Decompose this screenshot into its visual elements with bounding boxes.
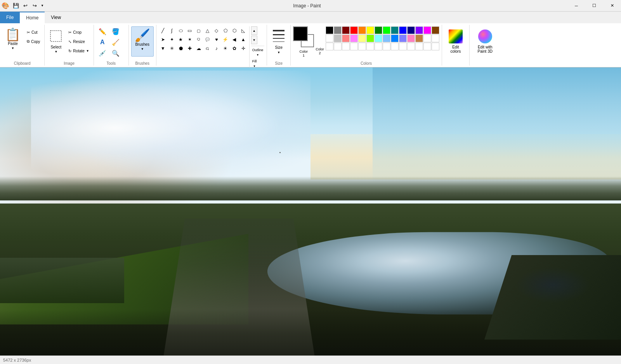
shape-callout-rect[interactable]: 🗨 xyxy=(194,35,203,44)
color-swatch-lime[interactable] xyxy=(383,26,390,34)
shape-arrow-quad[interactable]: ✛ xyxy=(239,44,248,53)
shape-arrow-up[interactable]: ▲ xyxy=(239,35,248,44)
color-swatch-white[interactable] xyxy=(326,35,333,42)
color-swatch-red[interactable] xyxy=(350,26,358,34)
crop-button[interactable]: ✂ Crop xyxy=(66,28,91,36)
color-swatch-purple2[interactable] xyxy=(415,26,423,34)
resize-button[interactable]: ⤡ Resize xyxy=(66,37,91,46)
color-swatch-darkgreen[interactable] xyxy=(375,26,382,34)
shape-sun[interactable]: ☀ xyxy=(221,44,230,53)
shape-roundrect[interactable]: ▢ xyxy=(194,26,203,35)
color-swatch-e11[interactable] xyxy=(407,43,415,50)
color-swatch-tan[interactable] xyxy=(415,35,423,42)
color-swatch-yellow[interactable] xyxy=(366,26,374,34)
color-swatch-lightyellow[interactable] xyxy=(358,35,366,42)
redo-quick-button[interactable]: ↪ xyxy=(30,2,39,10)
color-swatch-blue[interactable] xyxy=(399,26,407,34)
tab-home[interactable]: Home xyxy=(20,12,45,23)
shape-callout-cloud[interactable]: ☁ xyxy=(194,44,203,53)
magnifier-button[interactable]: 🔍 xyxy=(109,48,122,58)
shape-curve[interactable]: ∫ xyxy=(168,26,176,35)
shape-diamond[interactable]: ◇ xyxy=(212,26,221,35)
shape-callout-line[interactable]: 🗯 xyxy=(203,44,212,53)
shape-star6[interactable]: ✶ xyxy=(186,35,194,44)
color-swatch-lightred[interactable] xyxy=(342,35,350,42)
shape-righttri[interactable]: ◺ xyxy=(239,26,248,35)
color-swatch-w2[interactable] xyxy=(432,35,439,42)
shape-lightning[interactable]: ⚡ xyxy=(221,35,230,44)
color-swatch-gray50[interactable] xyxy=(334,26,342,34)
maximize-button[interactable]: ☐ xyxy=(585,0,603,12)
color-swatch-e13[interactable] xyxy=(423,43,431,50)
shape-star5[interactable]: ★ xyxy=(177,35,185,44)
shapes-scroll-up[interactable]: ▲ xyxy=(251,26,257,35)
paint-canvas[interactable] xyxy=(0,67,621,364)
cut-button[interactable]: ✂ Cut xyxy=(25,28,42,36)
shape-heart[interactable]: ♥ xyxy=(212,35,221,44)
color-swatch-darkred[interactable] xyxy=(342,26,350,34)
color-swatch-silver[interactable] xyxy=(334,35,342,42)
shape-star4[interactable]: ✦ xyxy=(168,35,176,44)
edit-paint3d-button[interactable]: Edit with Paint 3D xyxy=(473,26,498,57)
color-swatch-hotpink[interactable] xyxy=(407,35,415,42)
color-swatch-e3[interactable] xyxy=(342,43,350,50)
color-swatch-e5[interactable] xyxy=(358,43,366,50)
shape-pentagon[interactable]: ⬠ xyxy=(221,26,230,35)
shape-line[interactable]: ╱ xyxy=(159,26,167,35)
copy-button[interactable]: ⧉ Copy xyxy=(25,37,42,46)
color-swatch-e4[interactable] xyxy=(350,43,358,50)
color1-swatch[interactable] xyxy=(293,26,308,41)
shape-arrow-left[interactable]: ◀ xyxy=(230,35,239,44)
color-swatch-e12[interactable] xyxy=(415,43,423,50)
edit-colors-button[interactable]: Edit colors xyxy=(445,26,466,57)
save-quick-button[interactable]: 💾 xyxy=(12,2,20,10)
color-swatch-e8[interactable] xyxy=(383,43,390,50)
shapes-scroll-down[interactable]: ▼ xyxy=(251,36,257,44)
canvas-area[interactable] xyxy=(0,67,621,364)
shape-star8[interactable]: ✳ xyxy=(168,44,176,53)
color-swatch-e2[interactable] xyxy=(334,43,342,50)
color-swatch-w1[interactable] xyxy=(423,35,431,42)
qa-dropdown-button[interactable]: ▼ xyxy=(40,2,45,10)
color-swatch-e6[interactable] xyxy=(366,43,374,50)
color-swatch-lightpink[interactable] xyxy=(350,35,358,42)
pencil-button[interactable]: ✏️ xyxy=(96,26,109,36)
minimize-button[interactable]: ─ xyxy=(567,0,585,12)
outline-dropdown[interactable]: Outline ▼ xyxy=(251,47,265,57)
color-swatch-teal[interactable] xyxy=(391,26,399,34)
color-swatch-orange[interactable] xyxy=(358,26,366,34)
shape-pentagon2[interactable]: ⬟ xyxy=(177,44,185,53)
rotate-button[interactable]: ↻ Rotate ▼ xyxy=(66,47,91,55)
color-swatch-lightlime[interactable] xyxy=(366,35,374,42)
eraser-button[interactable]: 🧹 xyxy=(109,37,122,47)
select-button[interactable]: Select ▼ xyxy=(47,26,65,56)
shape-cross[interactable]: ✚ xyxy=(186,44,194,53)
color-swatch-e14[interactable] xyxy=(432,43,439,50)
color-swatch-brown[interactable] xyxy=(432,26,439,34)
text-button[interactable]: A xyxy=(96,37,109,47)
fill-dropdown[interactable]: Fill ▼ xyxy=(251,58,258,69)
tab-file[interactable]: File xyxy=(0,12,20,23)
color-swatch-skyblue[interactable] xyxy=(383,35,390,42)
shape-rect[interactable]: ▭ xyxy=(186,26,194,35)
shape-oval[interactable]: ⬭ xyxy=(177,26,185,35)
tab-view[interactable]: View xyxy=(45,12,67,23)
color-swatch-magenta[interactable] xyxy=(423,26,431,34)
shape-arrow-down[interactable]: ▼ xyxy=(159,44,167,53)
fill-button[interactable]: 🪣 xyxy=(109,26,122,36)
close-button[interactable]: ✕ xyxy=(603,0,621,12)
brushes-button[interactable]: 🖌️ Brushes ▼ xyxy=(131,26,154,57)
size-button[interactable]: Size ▼ xyxy=(269,26,288,57)
color-picker-button[interactable]: 💉 xyxy=(96,48,109,58)
shape-arrow-right[interactable]: ➤ xyxy=(159,35,167,44)
shape-hexagon[interactable]: ⬡ xyxy=(230,26,239,35)
color-swatch-black[interactable] xyxy=(326,26,333,34)
shape-triangle[interactable]: △ xyxy=(203,26,212,35)
color-swatch-cornblue[interactable] xyxy=(391,35,399,42)
shape-music[interactable]: ♪ xyxy=(212,44,221,53)
color-swatch-e9[interactable] xyxy=(391,43,399,50)
shape-callout-round[interactable]: 💬 xyxy=(203,35,212,44)
color-swatch-navy[interactable] xyxy=(407,26,415,34)
color-swatch-e7[interactable] xyxy=(375,43,382,50)
color-swatch-periwinkle[interactable] xyxy=(399,35,407,42)
